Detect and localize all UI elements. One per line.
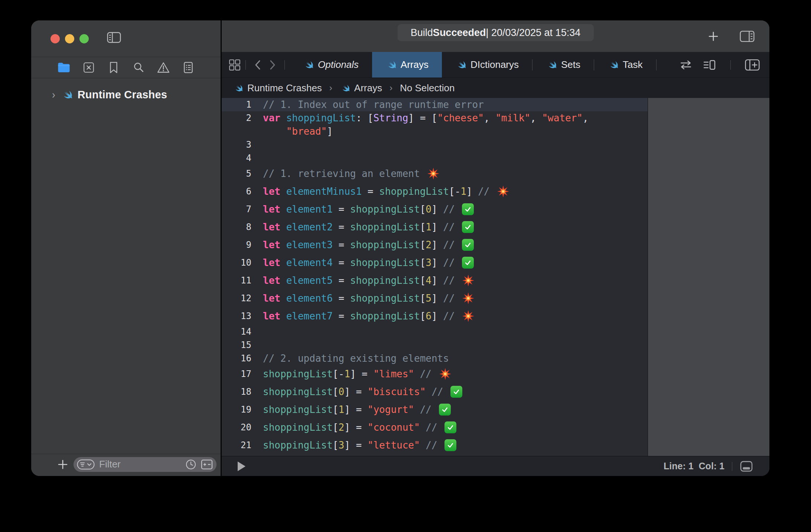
go-forward-button[interactable] xyxy=(265,52,280,78)
status-time: | 20/03/2025 at 15:34 xyxy=(486,27,580,39)
code-line[interactable]: 13let element7 = shoppingList[6] // xyxy=(222,307,648,325)
minimize-window-button[interactable] xyxy=(65,34,74,43)
folder-icon[interactable] xyxy=(56,60,71,75)
filter-field[interactable]: Filter xyxy=(74,457,216,472)
line-number[interactable]: 5 xyxy=(222,168,257,179)
code-line[interactable]: 6let elementMinus1 = shoppingList[-1] // xyxy=(222,183,648,200)
code-line[interactable]: 2var shoppingList: [String] = ["cheese",… xyxy=(222,111,648,125)
tree-item-runtime-crashes[interactable]: › Runtime Crashes xyxy=(31,85,221,104)
code-token: [ xyxy=(420,221,426,233)
line-number[interactable]: 21 xyxy=(222,440,257,450)
code-line[interactable]: 5// 1. retrieving an element xyxy=(222,165,648,183)
line-number[interactable]: 9 xyxy=(222,240,257,250)
search-icon[interactable] xyxy=(131,60,146,75)
code-token xyxy=(280,112,286,124)
inspector-toggle-icon[interactable] xyxy=(740,30,755,42)
add-editor-icon[interactable] xyxy=(745,59,760,71)
tab-optionals[interactable]: Optionals xyxy=(289,52,372,78)
check-emoji-icon xyxy=(444,421,456,433)
line-number[interactable]: 19 xyxy=(222,404,257,415)
line-number[interactable]: 17 xyxy=(222,369,257,379)
bookmark-icon[interactable] xyxy=(106,60,121,75)
go-back-button[interactable] xyxy=(250,52,265,78)
code-token: // xyxy=(443,221,460,233)
code-content: shoppingList[-1] = "limes" // xyxy=(257,368,452,380)
code-token: // xyxy=(443,293,460,304)
code-line[interactable]: 18shoppingList[0] = "biscuits" // xyxy=(222,383,648,401)
line-number[interactable]: 15 xyxy=(222,340,257,350)
code-token: 1 xyxy=(344,368,350,380)
tab-dictionarys[interactable]: DIctionarys xyxy=(442,52,532,78)
line-number[interactable]: 12 xyxy=(222,293,257,303)
line-number[interactable]: 6 xyxy=(222,186,257,197)
run-playground-button[interactable] xyxy=(237,461,246,472)
line-number[interactable]: 4 xyxy=(222,153,257,163)
code-line[interactable]: 21shoppingList[3] = "lettuce" // xyxy=(222,436,648,454)
code-line[interactable]: 7let element1 = shoppingList[0] // xyxy=(222,200,648,218)
code-line[interactable]: 14 xyxy=(222,325,648,338)
code-line[interactable]: 10let element4 = shoppingList[3] // xyxy=(222,254,648,272)
line-number[interactable]: 3 xyxy=(222,139,257,150)
flagged-items-icon[interactable] xyxy=(201,459,213,470)
code-line[interactable]: 3 xyxy=(222,138,648,151)
breadcrumb-item[interactable]: No Selection xyxy=(400,82,455,94)
recent-files-clock-icon[interactable] xyxy=(185,459,196,470)
code-token: let xyxy=(263,275,280,286)
line-number[interactable]: 11 xyxy=(222,275,257,286)
code-content: shoppingList[1] = "yogurt" // xyxy=(257,404,451,416)
code-token: ] xyxy=(431,239,443,250)
code-token: // xyxy=(420,368,437,380)
code-line[interactable]: 19shoppingList[1] = "yogurt" // xyxy=(222,401,648,418)
tab-task[interactable]: Task xyxy=(594,52,656,78)
line-number[interactable]: 10 xyxy=(222,257,257,268)
swap-editor-icon[interactable] xyxy=(679,59,693,70)
tab-sets[interactable]: Sets xyxy=(532,52,594,78)
code-editor[interactable]: 1// 1. Index out of range runtime error2… xyxy=(222,98,648,456)
line-number[interactable]: 8 xyxy=(222,222,257,232)
code-line[interactable]: 11let element5 = shoppingList[4] // xyxy=(222,272,648,289)
code-line[interactable]: "bread"] xyxy=(222,125,648,138)
code-line[interactable]: 17shoppingList[-1] = "limes" // xyxy=(222,365,648,383)
code-line[interactable]: 8let element2 = shoppingList[1] // xyxy=(222,218,648,236)
code-line[interactable]: 9let element3 = shoppingList[2] // xyxy=(222,236,648,254)
filter-icon[interactable] xyxy=(77,459,95,470)
line-number[interactable]: 14 xyxy=(222,326,257,337)
zoom-window-button[interactable] xyxy=(79,34,89,43)
code-line[interactable]: 15 xyxy=(222,338,648,352)
close-window-button[interactable] xyxy=(51,34,60,43)
line-number[interactable]: 2 xyxy=(222,113,257,123)
debug-area-toggle-icon[interactable] xyxy=(740,461,753,472)
tab-arrays[interactable]: Arrays xyxy=(372,52,442,78)
code-token: ] = xyxy=(350,368,374,380)
add-playground-page-button[interactable] xyxy=(57,459,68,470)
line-number[interactable]: 1 xyxy=(222,99,257,110)
line-number[interactable]: 16 xyxy=(222,353,257,364)
related-items-grid-icon[interactable] xyxy=(228,59,241,71)
report-icon[interactable] xyxy=(181,60,196,75)
code-line[interactable]: 1// 1. Index out of range runtime error xyxy=(222,98,648,111)
line-number[interactable]: 18 xyxy=(222,387,257,397)
code-line[interactable]: 20shoppingList[2] = "coconut" // xyxy=(222,418,648,436)
code-token: shoppingList xyxy=(286,112,356,124)
editor-options-icon[interactable] xyxy=(702,59,716,71)
source-control-icon[interactable] xyxy=(81,60,96,75)
add-item-plus-icon[interactable] xyxy=(708,31,719,42)
window-controls xyxy=(51,34,89,43)
code-token xyxy=(280,186,286,197)
code-line[interactable]: 16// 2. updating existing elements xyxy=(222,352,648,365)
line-number[interactable]: 20 xyxy=(222,422,257,433)
code-line[interactable]: 12let element6 = shoppingList[5] // xyxy=(222,289,648,307)
code-content: let element4 = shoppingList[3] // xyxy=(257,257,474,269)
disclosure-chevron-icon[interactable]: › xyxy=(52,88,55,101)
swift-icon xyxy=(340,83,350,93)
line-number[interactable]: 13 xyxy=(222,311,257,321)
warning-icon[interactable] xyxy=(156,60,171,75)
sidebar-toggle-icon[interactable] xyxy=(107,32,121,43)
activity-status[interactable]: Build Succeeded | 20/03/2025 at 15:34 xyxy=(397,24,594,41)
breadcrumb-item[interactable]: Arrays xyxy=(340,82,382,94)
line-number[interactable]: 7 xyxy=(222,204,257,214)
breadcrumb-item[interactable]: Runtime Crashes xyxy=(233,82,322,94)
collision-emoji-icon xyxy=(439,368,452,380)
code-token: 0 xyxy=(426,204,431,215)
code-line[interactable]: 4 xyxy=(222,151,648,165)
